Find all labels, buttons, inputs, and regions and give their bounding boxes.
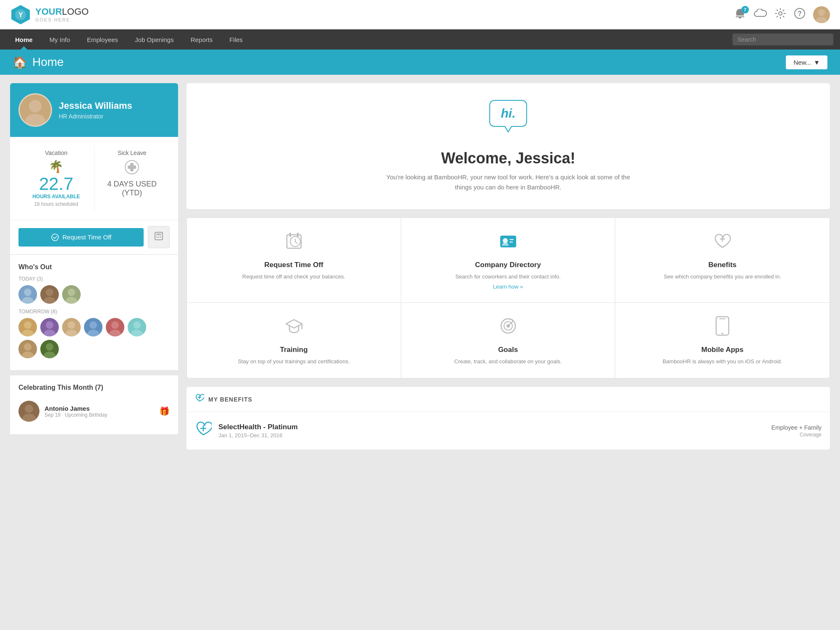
notifications-button[interactable]: 7 [734, 8, 746, 21]
svg-text:Y: Y [18, 11, 23, 18]
today-label: TODAY (3) [18, 276, 170, 282]
page-title-area: 🏠 Home [13, 55, 64, 69]
nav-item-employees[interactable]: Employees [79, 29, 126, 50]
nav-item-home[interactable]: Home [7, 29, 41, 50]
avatar-today-3 [62, 285, 81, 304]
vacation-hours-label: HOURS AVAILABLE [23, 194, 90, 200]
sick-icon [99, 160, 166, 178]
my-benefits-section: MY BENEFITS SelectHealth - Platinum Jan … [186, 387, 830, 450]
logo-part1: YOUR [35, 6, 62, 17]
vacation-section: Vacation 🌴 22.7 HOURS AVAILABLE 16 hours… [18, 145, 94, 211]
avatar-tomorrow-8 [40, 340, 59, 358]
profile-info: Jessica Williams HR Administrator [59, 100, 132, 120]
celebrating-person: Antonio James Sep 19 · Upcoming Birthday… [18, 396, 170, 426]
svg-rect-19 [158, 236, 160, 238]
celebrating-info: Antonio James Sep 19 · Upcoming Birthday [45, 405, 154, 418]
feature-training[interactable]: Training Stay on top of your trainings a… [187, 303, 401, 378]
new-button-label: New... [793, 59, 811, 66]
help-button[interactable]: ? [794, 8, 806, 22]
feature-training-desc: Stay on top of your trainings and certif… [195, 357, 392, 366]
request-time-off-button[interactable]: Request Time Off [18, 228, 144, 247]
svg-text:?: ? [798, 10, 802, 17]
new-button[interactable]: New... ▼ [786, 55, 827, 69]
training-icon [195, 315, 392, 341]
svg-point-34 [46, 321, 53, 329]
header-icons: 7 ? [734, 6, 830, 23]
svg-point-71 [722, 333, 723, 334]
avatar-tomorrow-3 [62, 318, 81, 336]
settings-button[interactable] [774, 8, 786, 22]
svg-point-3 [779, 12, 782, 15]
svg-point-40 [89, 321, 97, 329]
main-content: Jessica Williams HR Administrator Vacati… [0, 75, 840, 458]
calculator-icon [154, 231, 163, 241]
svg-rect-18 [156, 236, 158, 238]
benefit-row: SelectHealth - Platinum Jan 1, 2015–Dec … [186, 412, 830, 450]
benefit-health-icon [195, 420, 212, 441]
feature-goals-title: Goals [410, 346, 606, 354]
feature-directory-title: Company Directory [410, 261, 606, 269]
feature-mobile[interactable]: Mobile Apps BambooHR is always with you … [615, 303, 830, 378]
avatar-tomorrow-2 [40, 318, 59, 336]
goals-icon [410, 315, 606, 341]
directory-learn-how-link[interactable]: Learn how » [410, 284, 606, 290]
feature-directory[interactable]: Company Directory Search for coworkers a… [401, 218, 615, 303]
my-benefits-title: MY BENEFITS [208, 396, 252, 403]
right-panel: hi. Welcome, Jessica! You're looking at … [186, 83, 830, 450]
profile-avatar [18, 93, 52, 127]
avatar-tomorrow-5 [106, 318, 124, 336]
profile-title: HR Administrator [59, 113, 132, 120]
logo-area: Y YOURLOGO GOES HERE [10, 4, 89, 25]
celebrating-title: Celebrating This Month (7) [18, 384, 170, 391]
nav-item-myinfo[interactable]: My Info [41, 29, 79, 50]
benefit-name: SelectHealth - Platinum [218, 423, 765, 431]
time-off-actions: Request Time Off [10, 220, 178, 255]
avatar-tomorrow-7 [18, 340, 37, 358]
hi-text: hi. [501, 106, 516, 121]
svg-point-43 [111, 321, 119, 329]
feature-goals-desc: Create, track, and collaborate on your g… [410, 357, 606, 366]
feature-goals[interactable]: Goals Create, track, and collaborate on … [401, 303, 615, 378]
feature-time-off-desc: Request time off and check your balances… [195, 273, 392, 281]
feature-time-off-title: Request Time Off [195, 261, 392, 269]
svg-point-52 [46, 343, 53, 351]
notification-badge: 7 [741, 6, 749, 13]
time-off-icon [195, 231, 392, 256]
benefit-coverage-area: Employee + Family Coverage [772, 424, 822, 438]
svg-rect-69 [716, 317, 729, 335]
nav-item-files[interactable]: Files [221, 29, 251, 50]
feature-time-off[interactable]: Request Time Off Request time off and ch… [187, 218, 401, 303]
benefit-coverage: Employee + Family [772, 424, 822, 431]
celebrating-card: Celebrating This Month (7) Antonio James… [10, 375, 178, 434]
avatar-today-1 [18, 285, 37, 304]
avatar-tomorrow-1 [18, 318, 37, 336]
home-icon: 🏠 [13, 55, 27, 69]
user-avatar-header[interactable] [813, 6, 830, 23]
svg-point-15 [52, 234, 58, 241]
benefit-info: SelectHealth - Platinum Jan 1, 2015–Dec … [218, 423, 765, 438]
vacation-label: Vacation [23, 150, 90, 156]
svg-rect-70 [719, 318, 725, 319]
logo-part2: LOGO [62, 6, 89, 17]
search-input[interactable] [732, 34, 833, 45]
nav-item-reports[interactable]: Reports [182, 29, 221, 50]
cloud-button[interactable] [753, 9, 767, 21]
svg-point-55 [25, 404, 33, 413]
tomorrow-avatars-row1 [18, 318, 170, 336]
svg-point-49 [24, 343, 32, 351]
benefit-coverage-label: Coverage [772, 432, 822, 438]
gift-icon[interactable]: 🎁 [159, 406, 170, 416]
profile-card: Jessica Williams HR Administrator [10, 83, 178, 137]
whos-out-title: Who's Out [18, 263, 170, 271]
nav-item-jobopenings[interactable]: Job Openings [126, 29, 182, 50]
calculator-button[interactable] [148, 226, 170, 248]
directory-icon [410, 231, 606, 256]
svg-point-25 [46, 289, 53, 296]
feature-benefits[interactable]: Benefits See which company benefits you … [615, 218, 830, 303]
avatar-tomorrow-4 [84, 318, 102, 336]
top-header: Y YOURLOGO GOES HERE 7 [0, 0, 840, 29]
feature-grid: Request Time Off Request time off and ch… [186, 218, 830, 378]
page-title: Home [32, 55, 64, 69]
request-button-label: Request Time Off [63, 234, 111, 241]
left-panel: Jessica Williams HR Administrator Vacati… [10, 83, 178, 450]
